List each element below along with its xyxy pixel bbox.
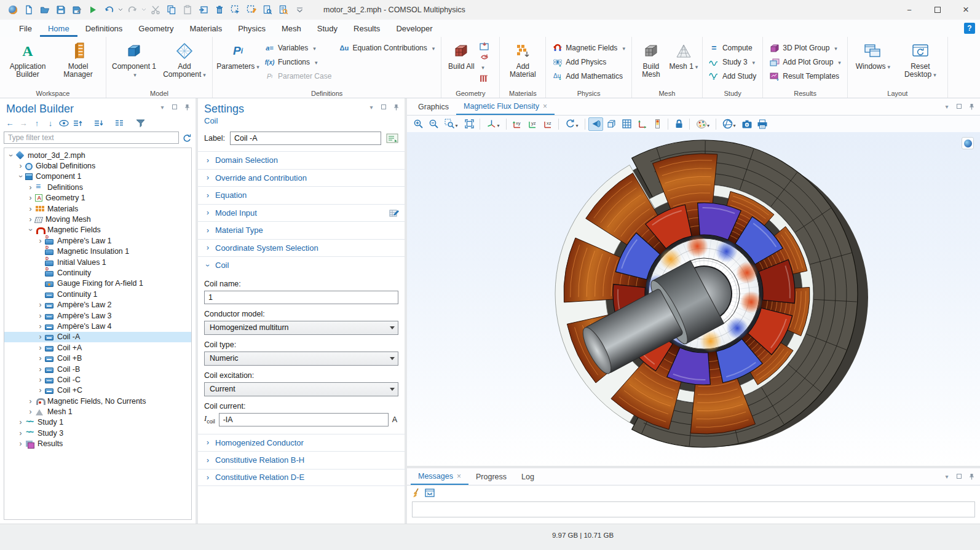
chevron-down-icon[interactable] [943, 473, 950, 480]
forward-icon[interactable]: → [17, 117, 30, 128]
study-3-button[interactable]: Study 3 [706, 56, 759, 68]
view-yz-icon[interactable]: yz [525, 117, 540, 131]
section-coordinate-system[interactable]: Coordinate System Selection [198, 239, 405, 257]
menu-physics[interactable]: Physics [230, 20, 274, 37]
close-button[interactable] [952, 0, 980, 20]
tree-expander-icon[interactable] [26, 194, 34, 202]
tree-expander-icon[interactable] [36, 387, 44, 394]
color-theme-icon[interactable] [693, 117, 713, 131]
clear-icon[interactable] [412, 488, 421, 498]
parameters-button[interactable]: Pi Parameters [216, 39, 259, 71]
open-button[interactable] [37, 2, 53, 17]
pin-icon[interactable] [968, 473, 975, 480]
edit-model-input-icon[interactable] [389, 208, 400, 218]
rotate-icon[interactable] [562, 117, 582, 131]
coil-name-input[interactable] [204, 291, 398, 304]
go-to-view-icon[interactable] [483, 117, 503, 131]
menu-study[interactable]: Study [309, 20, 346, 37]
menu-geometry[interactable]: Geometry [130, 20, 181, 37]
tree-expander-icon[interactable] [26, 398, 34, 405]
close-tab-icon[interactable] [543, 102, 547, 111]
menu-materials[interactable]: Materials [181, 20, 230, 37]
add-physics-button[interactable]: Add Physics [550, 56, 628, 68]
lock-icon[interactable] [671, 117, 686, 131]
tree-item[interactable]: Component 1 [4, 171, 191, 182]
magnetic-fields-button[interactable]: Magnetic Fields [550, 42, 628, 54]
mesh-1-button[interactable]: Mesh 1 [669, 39, 698, 71]
tree-item[interactable]: Materials [4, 203, 191, 214]
move-up-icon[interactable]: ↑ [31, 117, 43, 128]
tree-expander-icon[interactable] [27, 226, 34, 234]
functions-button[interactable]: f(x)Functions [262, 56, 334, 68]
tree-item[interactable]: Ampère's Law 2 [4, 299, 191, 310]
help-icon[interactable] [964, 23, 975, 34]
float-panel-icon[interactable] [955, 103, 963, 110]
expand-all-icon[interactable] [71, 117, 84, 128]
tree-expander-icon[interactable] [36, 323, 44, 330]
tree-item[interactable]: Continuity [4, 267, 191, 278]
tab-log[interactable]: Log [514, 468, 542, 485]
compute-button[interactable] [85, 2, 101, 17]
dropdown-arrow-icon[interactable] [148, 117, 154, 128]
refresh-icon[interactable] [182, 133, 192, 143]
tree-item[interactable]: motor_3d_2.mph [4, 150, 191, 160]
add-component-button[interactable]: Add Component [160, 39, 208, 79]
chevron-down-icon[interactable] [943, 103, 950, 110]
collapse-all-icon[interactable] [92, 117, 105, 128]
rename-form-icon[interactable] [386, 133, 398, 144]
tree-expander-icon[interactable] [17, 162, 25, 170]
tab-graphics[interactable]: Graphics [411, 98, 456, 115]
tree-item[interactable]: Coil -B [4, 364, 191, 374]
reset-desktop-button[interactable]: Reset Desktop [897, 39, 944, 79]
select-box-button[interactable] [227, 2, 243, 17]
section-override-contribution[interactable]: Override and Contribution [198, 169, 405, 187]
back-icon[interactable]: ← [4, 117, 16, 128]
build-mesh-button[interactable]: Build Mesh [636, 39, 666, 79]
tree-item[interactable]: Study 1 [4, 417, 191, 428]
grid-icon[interactable] [619, 117, 634, 131]
zoom-box-icon[interactable] [441, 117, 461, 131]
chevron-down-icon[interactable] [159, 103, 166, 111]
tree-item[interactable]: Definitions [4, 182, 191, 192]
section-homogenized-conductor[interactable]: Homogenized Conductor [198, 434, 405, 452]
tree-item[interactable]: Magnetic Fields [4, 225, 191, 235]
view-xy-icon[interactable]: xy [510, 117, 524, 131]
tree-item[interactable]: Magnetic Insulation 1 [4, 246, 191, 257]
chevron-down-icon[interactable] [368, 103, 375, 111]
dropdown-arrow-icon[interactable] [106, 117, 112, 128]
zoom-in-icon[interactable] [411, 117, 425, 131]
tree-expander-icon[interactable] [36, 344, 44, 352]
tree-item[interactable]: Global Definitions [4, 160, 191, 171]
tree-expander-icon[interactable] [26, 205, 34, 213]
move-down-icon[interactable]: ↓ [44, 117, 57, 128]
tree-item[interactable]: Ampère's Law 1 [4, 235, 191, 246]
windows-button[interactable]: Windows [852, 39, 895, 71]
menu-home[interactable]: Home [40, 20, 77, 37]
add-plot-group-button[interactable]: Add Plot Group [767, 56, 844, 68]
tree-item[interactable]: Magnetic Fields, No Currents [4, 396, 191, 406]
zoom-extents-icon[interactable] [462, 117, 476, 131]
menu-mesh[interactable]: Mesh [274, 20, 309, 37]
dropdown-arrow-icon[interactable] [127, 117, 133, 128]
tree-item[interactable]: Coil +A [4, 342, 191, 353]
tree-item[interactable]: Ampère's Law 3 [4, 310, 191, 321]
add-material-button[interactable]: Add Material [504, 39, 542, 79]
show-icon[interactable] [58, 117, 70, 128]
section-equation[interactable]: Equation [198, 186, 405, 204]
delete-button[interactable] [211, 2, 227, 17]
dropdown-arrow-icon[interactable] [85, 117, 91, 128]
open-message-window-icon[interactable] [425, 489, 435, 497]
section-constitutive-de[interactable]: Constitutive Relation D-E [198, 469, 405, 487]
add-mathematics-button[interactable]: ΔuAdd Mathematics [550, 70, 628, 82]
variables-button[interactable]: a=Variables [262, 42, 334, 54]
qat-customize-button[interactable] [291, 2, 307, 17]
tree-expander-icon[interactable] [7, 151, 15, 159]
float-panel-icon[interactable] [380, 103, 387, 111]
redo-button[interactable] [124, 2, 140, 17]
tree-item[interactable]: Coil +B [4, 353, 191, 363]
geometry-window-icon[interactable] [480, 42, 496, 50]
tree-expander-icon[interactable] [36, 376, 44, 383]
tree-expander-icon[interactable] [17, 173, 25, 181]
section-domain-selection[interactable]: Domain Selection [198, 151, 405, 169]
tree-expander-icon[interactable] [17, 418, 25, 426]
